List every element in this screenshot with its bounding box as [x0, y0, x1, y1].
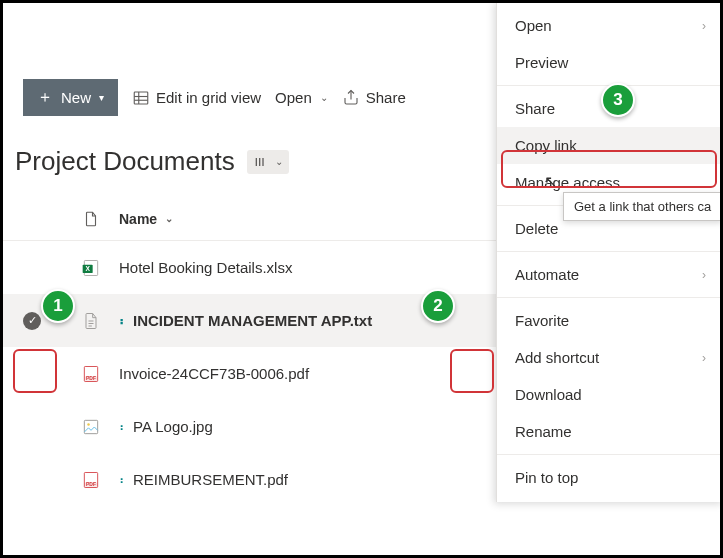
svg-rect-18	[84, 420, 97, 433]
edit-grid-button[interactable]: Edit in grid view	[132, 89, 261, 107]
ctx-copy-link[interactable]: Copy link	[497, 127, 723, 164]
file-name: INCIDENT MANAGEMENT APP.txt	[133, 312, 372, 329]
chevron-right-icon: ›	[702, 19, 706, 33]
svg-text:PDF: PDF	[86, 480, 96, 486]
context-menu: Open› Preview Share Copy link Manage acc…	[496, 1, 723, 502]
new-label: New	[61, 89, 91, 106]
open-label: Open	[275, 89, 312, 106]
new-button[interactable]: ＋ New ▾	[23, 79, 118, 116]
chevron-right-icon: ›	[702, 268, 706, 282]
svg-text:X: X	[85, 265, 90, 272]
share-label: Share	[366, 89, 406, 106]
share-button[interactable]: Share	[342, 89, 406, 107]
callout-1: 1	[41, 289, 75, 323]
name-header-label: Name	[119, 211, 157, 227]
file-name: PA Logo.jpg	[133, 418, 213, 435]
plus-icon: ＋	[37, 87, 53, 108]
file-name: Hotel Booking Details.xlsx	[119, 259, 292, 276]
ctx-pin[interactable]: Pin to top	[497, 459, 723, 496]
file-type-icon: PDF	[63, 362, 119, 386]
ctx-preview[interactable]: Preview	[497, 44, 723, 81]
file-type-icon: PDF	[63, 468, 119, 492]
page-title: Project Documents	[15, 146, 235, 177]
svg-point-19	[87, 423, 90, 426]
separator	[497, 454, 723, 455]
grid-icon	[132, 89, 150, 107]
callout-3: 3	[601, 83, 635, 117]
ctx-download[interactable]: Download	[497, 376, 723, 413]
ctx-rename[interactable]: Rename	[497, 413, 723, 450]
view-switcher[interactable]: ⌄	[247, 150, 289, 174]
file-icon	[82, 208, 100, 230]
chevron-down-icon: ⌄	[165, 213, 173, 224]
callout-2: 2	[421, 289, 455, 323]
open-button[interactable]: Open ⌄	[275, 89, 328, 106]
new-indicator-icon: ⠆	[119, 420, 127, 434]
doc-type-header[interactable]	[63, 208, 119, 230]
file-type-icon	[63, 415, 119, 439]
chevron-down-icon: ▾	[99, 92, 104, 103]
new-indicator-icon: ⠆	[119, 314, 127, 328]
new-indicator-icon: ⠆	[119, 473, 127, 487]
chevron-right-icon: ›	[702, 351, 706, 365]
ctx-add-shortcut[interactable]: Add shortcut›	[497, 339, 723, 376]
chevron-down-icon: ⌄	[275, 156, 283, 167]
tooltip: Get a link that others ca	[563, 192, 722, 221]
ctx-favorite[interactable]: Favorite	[497, 302, 723, 339]
svg-rect-0	[134, 92, 148, 104]
share-icon	[342, 89, 360, 107]
file-type-icon: X	[63, 256, 119, 280]
chevron-down-icon: ⌄	[320, 92, 328, 103]
file-name: REIMBURSEMENT.pdf	[133, 471, 288, 488]
svg-text:PDF: PDF	[86, 374, 96, 380]
separator	[497, 251, 723, 252]
row-selected-icon[interactable]: ✓	[23, 312, 41, 330]
list-view-icon	[253, 154, 269, 170]
edit-grid-label: Edit in grid view	[156, 89, 261, 106]
file-name: Invoice-24CCF73B-0006.pdf	[119, 365, 309, 382]
separator	[497, 297, 723, 298]
ctx-automate[interactable]: Automate›	[497, 256, 723, 293]
ctx-open[interactable]: Open›	[497, 7, 723, 44]
